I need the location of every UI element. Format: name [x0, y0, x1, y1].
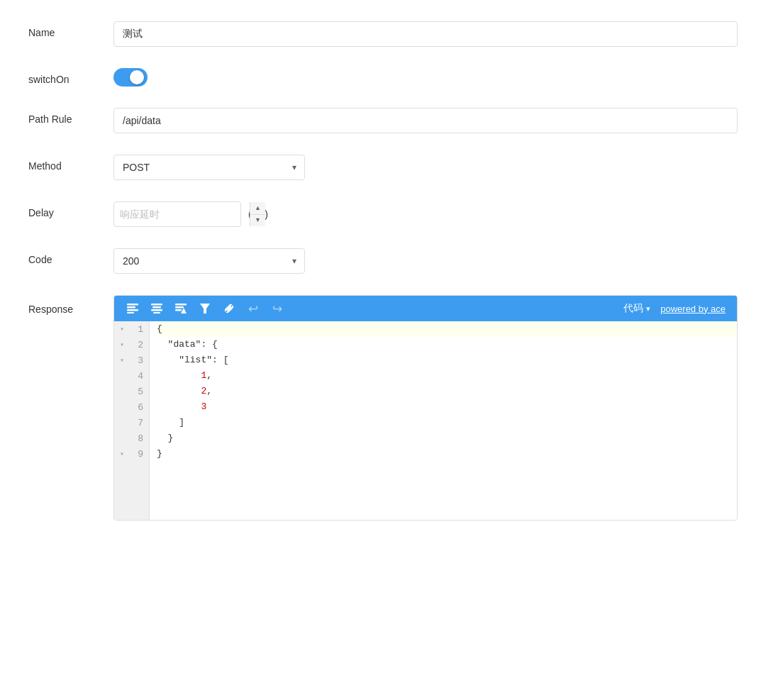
switchon-row: switchOn: [28, 68, 738, 87]
editor-code-content[interactable]: { "data": { "list": [ 1, 2, 3 ] } }: [150, 321, 737, 520]
delay-label: Delay: [28, 201, 113, 218]
pathrule-row: Path Rule: [28, 108, 738, 133]
editor-body: ▾ 1 ▾ 2 ▾ 3 ▾ 4: [114, 321, 737, 520]
pathrule-input[interactable]: [113, 108, 738, 133]
line-numbers: ▾ 1 ▾ 2 ▾ 3 ▾ 4: [114, 321, 150, 520]
line-number-2: ▾ 2: [114, 337, 149, 352]
pathrule-control: [113, 108, 738, 133]
svg-marker-11: [181, 308, 187, 313]
line-number-3: ▾ 3: [114, 352, 149, 368]
delay-control: ▲ ▼ (ms): [113, 201, 738, 227]
line-number-6: ▾ 6: [114, 399, 149, 415]
code-row: Code 200 201 400 401 403 404 500 ▾: [28, 248, 738, 274]
switchon-label: switchOn: [28, 68, 113, 85]
method-select[interactable]: GET POST PUT DELETE PATCH: [113, 155, 305, 180]
redo-icon[interactable]: ↪: [270, 301, 284, 316]
fold-arrow-2[interactable]: ▾: [120, 340, 124, 349]
code-line-1: {: [157, 321, 737, 337]
wrench-icon[interactable]: [222, 301, 236, 316]
svg-rect-10: [175, 309, 182, 311]
name-row: Name: [28, 21, 738, 47]
code-control: 200 201 400 401 403 404 500 ▾: [113, 248, 738, 274]
code-line-8: }: [157, 430, 737, 446]
svg-rect-6: [151, 309, 162, 311]
line-number-4: ▾ 4: [114, 368, 149, 384]
toggle-slider: [113, 68, 148, 87]
fold-arrow-1[interactable]: ▾: [120, 325, 124, 333]
code-line-9: }: [157, 446, 737, 462]
svg-rect-0: [127, 304, 138, 306]
delay-row: Delay ▲ ▼ (ms): [28, 201, 738, 227]
filter-icon[interactable]: [198, 301, 212, 316]
delay-spinners: ▲ ▼: [250, 202, 265, 226]
svg-rect-2: [127, 309, 138, 311]
method-label: Method: [28, 155, 113, 172]
code-label: Code: [28, 248, 113, 265]
code-mode-button[interactable]: 代码 ▾: [623, 302, 650, 315]
align-left-icon[interactable]: [126, 301, 140, 316]
svg-rect-5: [152, 306, 161, 309]
switchon-toggle[interactable]: [113, 68, 148, 87]
name-input[interactable]: [113, 21, 738, 47]
name-control: [113, 21, 738, 47]
svg-rect-3: [127, 312, 134, 313]
sort-icon[interactable]: [174, 301, 188, 316]
delay-wrapper: ▲ ▼ (ms): [113, 201, 738, 227]
code-mode-label: 代码: [623, 302, 643, 315]
svg-marker-12: [200, 304, 210, 313]
fold-arrow-9[interactable]: ▾: [120, 450, 124, 458]
editor-toolbar: ↩ ↪ 代码 ▾ powered by ace: [114, 296, 737, 321]
code-line-7: ]: [157, 415, 737, 430]
undo-icon[interactable]: ↩: [246, 301, 260, 316]
delay-input[interactable]: [114, 202, 250, 226]
powered-by-ace-link[interactable]: powered by ace: [660, 304, 726, 314]
response-control: ↩ ↪ 代码 ▾ powered by ace: [113, 295, 738, 521]
switchon-control: [113, 68, 738, 87]
name-label: Name: [28, 21, 113, 38]
line-number-5: ▾ 5: [114, 384, 149, 399]
line-number-1: ▾ 1: [114, 321, 149, 337]
code-line-5: 2,: [157, 384, 737, 399]
method-row: Method GET POST PUT DELETE PATCH ▾: [28, 155, 738, 180]
code-line-6: 3: [157, 399, 737, 415]
form-container: Name switchOn Path Rule Method GET POST: [0, 0, 766, 563]
code-line-4: 1,: [157, 368, 737, 384]
svg-rect-4: [151, 304, 162, 306]
delay-decrement-button[interactable]: ▼: [250, 215, 265, 227]
svg-rect-7: [153, 312, 160, 313]
line-number-7: ▾ 7: [114, 415, 149, 430]
code-chevron-icon: ▾: [646, 304, 650, 313]
svg-rect-1: [127, 306, 135, 309]
code-select-wrapper: 200 201 400 401 403 404 500 ▾: [113, 248, 305, 274]
align-center-icon[interactable]: [150, 301, 164, 316]
delay-input-group: ▲ ▼: [113, 201, 241, 227]
response-row: Response: [28, 295, 738, 521]
code-line-2: "data": {: [157, 337, 737, 352]
method-select-wrapper: GET POST PUT DELETE PATCH ▾: [113, 155, 305, 180]
pathrule-label: Path Rule: [28, 108, 113, 125]
response-editor-wrapper: ↩ ↪ 代码 ▾ powered by ace: [113, 295, 738, 521]
method-control: GET POST PUT DELETE PATCH ▾: [113, 155, 738, 180]
fold-arrow-3[interactable]: ▾: [120, 356, 124, 365]
svg-rect-9: [175, 306, 184, 309]
response-label: Response: [28, 295, 113, 315]
line-number-8: ▾ 8: [114, 430, 149, 446]
code-select[interactable]: 200 201 400 401 403 404 500: [113, 248, 305, 274]
delay-increment-button[interactable]: ▲: [250, 202, 265, 215]
svg-rect-8: [175, 304, 187, 306]
code-line-3: "list": [: [157, 352, 737, 368]
line-number-9: ▾ 9: [114, 446, 149, 462]
